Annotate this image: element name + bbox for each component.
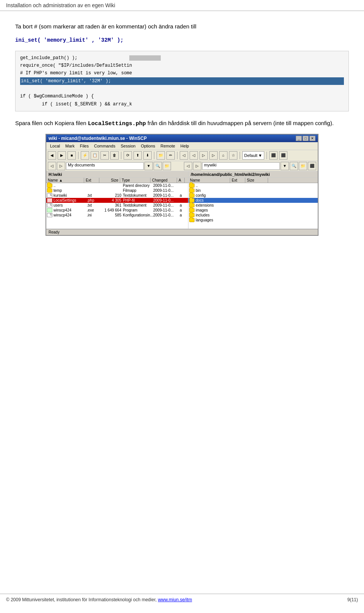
menu-options[interactable]: Options: [138, 143, 157, 149]
toolbar-right1[interactable]: ▷: [199, 151, 208, 160]
copy-instruction: Spara filen och Kopiera filen LocalSetti…: [15, 119, 349, 129]
rfile-row-extensions[interactable]: extensions: [188, 203, 318, 208]
menu-session[interactable]: Session: [118, 143, 138, 149]
toolbar-up[interactable]: ⬆: [133, 151, 142, 160]
rcol-name[interactable]: Name: [188, 178, 230, 183]
right-path-input[interactable]: mywiki: [202, 162, 280, 170]
toolbar-stop[interactable]: ■: [67, 151, 76, 160]
path-right-extra[interactable]: ⬛: [308, 162, 316, 170]
file-row-winscp-ini[interactable]: winscp424 .ini 585 Konfigurationsin... 2…: [46, 213, 188, 218]
toolbar-misc2[interactable]: ⬛: [279, 151, 287, 160]
rfile-row-images[interactable]: images: [188, 208, 318, 213]
intro-paragraph: Ta bort # (som markerar att raden är en …: [15, 22, 349, 31]
menu-commands[interactable]: Commands: [92, 143, 118, 149]
rfile-row-bin[interactable]: bin: [188, 188, 318, 193]
left-panel: H:\wiki Name ▲ Ext Size Type Changed A .…: [46, 171, 188, 229]
path-right-go[interactable]: 🔍: [290, 162, 298, 170]
file-row-parent[interactable]: .. Parent directory 2009-11-0...: [46, 183, 188, 188]
maximize-button[interactable]: □: [303, 136, 309, 141]
rfile-row-config[interactable]: config: [188, 193, 318, 198]
toolbar-sep2: [121, 152, 121, 159]
page-header: Installation och administration av en eg…: [0, 0, 364, 11]
file-row-users[interactable]: users .txt 361 Textdokument 2009-11-0...…: [46, 203, 188, 208]
winscp-panels: H:\wiki Name ▲ Ext Size Type Changed A .…: [46, 171, 318, 229]
toolbar-dn[interactable]: ⬇: [143, 151, 152, 160]
toolbar-fwd[interactable]: ▶: [58, 151, 66, 160]
code-block: get_include_path() ); require_once( "$IP…: [15, 51, 349, 112]
toolbar-sep4: [177, 152, 177, 159]
rfile-row-parent[interactable]: ..: [188, 183, 318, 188]
toolbar-misc1[interactable]: ⬛: [269, 151, 278, 160]
toolbar-session-dropdown[interactable]: Default ▼: [242, 151, 264, 160]
menu-help[interactable]: Help: [178, 143, 191, 149]
file-row-winscp-exe[interactable]: winscp424 .exe 1 649 664 Program 2009-11…: [46, 208, 188, 213]
toolbar-btn3[interactable]: ✂: [100, 151, 109, 160]
rcol-ext[interactable]: Ext: [230, 178, 245, 183]
toolbar-bookmark[interactable]: ☆: [229, 151, 237, 160]
path-right-fwd[interactable]: ▷: [193, 162, 201, 170]
toolbar-home[interactable]: ⌂: [219, 151, 228, 160]
page-title: Installation och administration av en eg…: [6, 2, 115, 8]
footer-link[interactable]: www.miun.se/itm: [158, 597, 192, 602]
winscp-title: wiki - micand@studentwiki.miun.se - WinS…: [49, 136, 147, 141]
path-right-back[interactable]: ◁: [184, 162, 192, 170]
col-changed[interactable]: Changed: [151, 178, 177, 183]
toolbar-folder[interactable]: 📁: [157, 151, 165, 160]
left-panel-files: .. Parent directory 2009-11-0... temp Fi…: [46, 183, 188, 229]
menu-remote[interactable]: Remote: [158, 143, 177, 149]
col-type[interactable]: Type: [120, 178, 151, 183]
folder-icon: [47, 188, 52, 193]
path-left-drop[interactable]: ▼: [144, 162, 153, 170]
exe-icon: [47, 208, 52, 212]
footer-copyright: © 2009 Mittuniversitetet, institutionen …: [6, 597, 192, 602]
left-panel-header: H:\wiki: [46, 171, 188, 178]
rcol-size[interactable]: Size: [245, 178, 268, 183]
winscp-titlebar: wiki - micand@studentwiki.miun.se - WinS…: [46, 135, 318, 142]
menu-files[interactable]: Files: [78, 143, 91, 149]
path-right-drop[interactable]: ▼: [281, 162, 289, 170]
toolbar-left2[interactable]: ◁: [190, 151, 198, 160]
file-row-localsettings[interactable]: LocalSettings .php 4 305 PHP-fil 2009-11…: [46, 198, 188, 203]
menu-mark[interactable]: Mark: [63, 143, 77, 149]
col-size[interactable]: Size: [99, 178, 120, 183]
col-ext[interactable]: Ext: [84, 178, 99, 183]
left-panel-columns: Name ▲ Ext Size Type Changed A: [46, 178, 188, 183]
path-left-fwd[interactable]: ▷: [57, 162, 65, 170]
toolbar-sync[interactable]: ⟳: [124, 151, 132, 160]
toolbar-right2[interactable]: ▷: [209, 151, 218, 160]
toolbar-edit[interactable]: ✏: [166, 151, 175, 160]
toolbar-btn2[interactable]: 📋: [91, 151, 99, 160]
path-right-folder[interactable]: 📁: [299, 162, 307, 170]
right-panel-files: .. bin config: [188, 183, 318, 229]
right-panel: /home/micand/public_html/wiki2/mywiki Na…: [188, 171, 318, 229]
file-row-temp[interactable]: temp Filmapp 2009-11-0...: [46, 188, 188, 193]
doc-icon: [47, 203, 52, 207]
menu-local[interactable]: Local: [48, 143, 62, 149]
toolbar-sep3: [154, 152, 154, 159]
col-name[interactable]: Name ▲: [46, 178, 84, 183]
path-left-go[interactable]: 🔍: [154, 162, 162, 170]
path-row: ◁ ▷ My documents ▼ 🔍 📁 ◁ ▷ mywiki ▼ 🔍 📁 …: [46, 161, 318, 171]
right-panel-header: /home/micand/public_html/wiki2/mywiki: [188, 171, 318, 178]
minimize-button[interactable]: _: [296, 136, 302, 141]
folder-icon: [189, 218, 195, 222]
toolbar-btn4[interactable]: 🗑: [110, 151, 119, 160]
page-content: Ta bort # (som markerar att raden är en …: [0, 11, 364, 266]
rfile-row-includes[interactable]: includes: [188, 213, 318, 218]
toolbar-left1[interactable]: ◁: [180, 151, 188, 160]
col-attr[interactable]: A: [177, 178, 185, 183]
toolbar-back[interactable]: ◀: [48, 151, 56, 160]
doc-icon: [47, 193, 52, 198]
toolbar-btn1[interactable]: ⚡: [81, 151, 89, 160]
right-panel-columns: Name Ext Size: [188, 178, 318, 183]
winscp-toolbar: ◀ ▶ ■ ⚡ 📋 ✂ 🗑 ⟳ ⬆ ⬇ 📁 ✏ ◁ ◁ ▷ ▷ ⌂ ☆ Defa…: [46, 150, 318, 161]
path-left-back[interactable]: ◁: [48, 162, 56, 170]
left-path-input[interactable]: My documents: [66, 162, 144, 170]
file-row-kurswiki[interactable]: kurswiki .txt 210 Textdokument 2009-11-0…: [46, 193, 188, 198]
close-button[interactable]: ✕: [309, 136, 315, 141]
rfile-row-docs[interactable]: docs: [188, 198, 318, 203]
winscp-menubar: Local Mark Files Commands Session Option…: [46, 142, 318, 150]
rfile-row-languages[interactable]: languages: [188, 218, 318, 223]
path-left-folder[interactable]: 📁: [163, 162, 171, 170]
toolbar-sep6: [267, 152, 267, 159]
